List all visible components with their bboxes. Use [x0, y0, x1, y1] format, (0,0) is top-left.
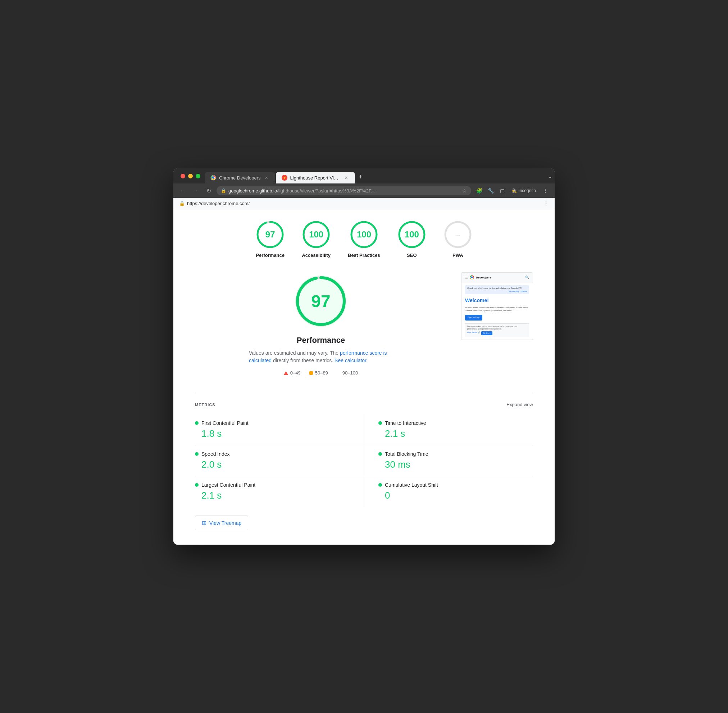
legend-item-red: 0–49 — [284, 370, 301, 376]
metric-value-tbt: 30 ms — [385, 459, 533, 470]
metric-dot-fcp — [195, 421, 198, 425]
extension-icon-1[interactable]: 🧩 — [474, 186, 484, 196]
metric-header-cls: Cumulative Layout Shift — [378, 482, 533, 488]
metric-header-fcp: First Contentful Paint — [195, 420, 349, 426]
page-content: 97 Performance 100 Accessibility — [173, 209, 555, 544]
lighthouse-favicon-icon: ⚡ — [282, 175, 287, 180]
incognito-icon: 🕵 — [512, 188, 517, 193]
screenshot-header: ☰ Developers 🔍 — [461, 273, 533, 282]
legend-range-green: 90–100 — [342, 370, 358, 376]
expand-view-button[interactable]: Expand view — [506, 402, 533, 407]
incognito-badge: 🕵 Incognito — [509, 187, 539, 194]
score-circle-seo: 100 — [397, 220, 426, 249]
score-value-seo: 100 — [405, 230, 419, 240]
score-circle-performance: 97 — [256, 220, 285, 249]
lighthouse-tab-close[interactable]: ✕ — [343, 175, 349, 180]
maximize-window-button[interactable] — [195, 174, 200, 178]
lighthouse-favicon-container: ⚡ — [282, 175, 287, 180]
calculator-link[interactable]: See calculator. — [334, 358, 368, 363]
treemap-btn-label: View Treemap — [209, 520, 241, 526]
metric-header-lcp: Largest Contentful Paint — [195, 482, 349, 488]
metrics-grid: First Contentful Paint 1.8 s Time to Int… — [195, 415, 533, 507]
view-treemap-button[interactable]: ⊞ View Treemap — [195, 516, 248, 530]
screenshot-banner-text: Check out what's new for the web platfor… — [467, 287, 522, 289]
metric-name-si: Speed Index — [201, 451, 230, 457]
screenshot-banner: Check out what's new for the web platfor… — [465, 285, 529, 294]
infobar-more-button[interactable]: ⋮ — [543, 200, 549, 207]
screenshot-preview: ☰ Developers 🔍 — [461, 272, 533, 340]
score-item-pwa[interactable]: — PWA — [443, 220, 472, 258]
metrics-section: METRICS Expand view First Contentful Pai… — [195, 402, 533, 530]
score-circle-accessibility: 100 — [302, 220, 331, 249]
screenshot-more-details-link: More details 🔗 — [467, 331, 480, 335]
performance-description: Values are estimated and may vary. The p… — [249, 349, 393, 364]
legend-item-green: 90–100 — [337, 370, 358, 376]
score-circle-pwa: — — [443, 220, 472, 249]
chrome-developers-tab-title: Chrome Developers — [219, 175, 261, 180]
metric-name-lcp: Largest Contentful Paint — [201, 482, 255, 488]
metric-header-tti: Time to Interactive — [378, 420, 533, 426]
browser-window: Chrome Developers ✕ ⚡ Lighthouse Report … — [173, 169, 555, 544]
score-value-best-practices: 100 — [357, 230, 371, 240]
score-item-performance[interactable]: 97 Performance — [256, 220, 285, 258]
window-icon[interactable]: ▢ — [497, 186, 507, 196]
score-value-performance: 97 — [266, 230, 275, 240]
metric-item-cls: Cumulative Layout Shift 0 — [364, 476, 533, 507]
metric-item-si: Speed Index 2.0 s — [195, 445, 364, 476]
score-item-accessibility[interactable]: 100 Accessibility — [302, 220, 331, 258]
tab-chrome-developers[interactable]: Chrome Developers ✕ — [205, 172, 275, 183]
legend-range-orange: 50–89 — [315, 370, 328, 376]
main-section: 97 Performance Values are estimated and … — [195, 272, 533, 384]
score-circle-best-practices: 100 — [350, 220, 378, 249]
metric-dot-tti — [378, 421, 382, 425]
hamburger-icon: ☰ — [465, 276, 468, 279]
metric-item-tti: Time to Interactive 2.1 s — [364, 415, 533, 445]
metric-item-fcp: First Contentful Paint 1.8 s — [195, 415, 364, 445]
metric-dot-cls — [378, 483, 382, 487]
metric-name-tti: Time to Interactive — [385, 420, 426, 426]
score-label-accessibility: Accessibility — [302, 252, 331, 258]
new-tab-button[interactable]: + — [356, 172, 366, 182]
chrome-developers-tab-close[interactable]: ✕ — [264, 175, 269, 180]
scores-row: 97 Performance 100 Accessibility — [195, 220, 533, 258]
url-bar[interactable]: 🔒 googlechrome.github.io/lighthouse/view… — [216, 186, 471, 195]
reload-button[interactable]: ↻ — [204, 186, 214, 196]
performance-title: Performance — [297, 336, 345, 345]
toolbar-icons: 🧩 🔧 ▢ 🕵 Incognito ⋮ — [474, 186, 550, 196]
legend-dot-icon — [337, 371, 340, 375]
url-path: /lighthouse/viewer/?psiurl=https%3A%2F%2… — [277, 188, 375, 194]
metric-dot-si — [195, 452, 198, 456]
score-item-best-practices[interactable]: 100 Best Practices — [348, 220, 380, 258]
desc-text-2: directly from these metrics. — [272, 358, 334, 363]
metric-header-si: Speed Index — [195, 451, 349, 457]
metric-name-cls: Cumulative Layout Shift — [385, 482, 438, 488]
bookmark-icon[interactable]: ☆ — [462, 188, 467, 194]
address-bar: ← → ↻ 🔒 googlechrome.github.io/lighthous… — [173, 183, 555, 198]
close-window-button[interactable] — [181, 174, 185, 178]
screenshot-banner-buttons: Join the party Dismiss — [467, 290, 527, 293]
back-button[interactable]: ← — [178, 186, 188, 196]
tabs-container: Chrome Developers ✕ ⚡ Lighthouse Report … — [205, 171, 545, 183]
screenshot-body: Check out what's new for the web platfor… — [461, 282, 533, 340]
extension-icon-2[interactable]: 🔧 — [486, 186, 496, 196]
forward-button[interactable]: → — [191, 186, 201, 196]
screenshot-dismiss-btn: Dismiss — [521, 290, 527, 293]
screenshot-cookie-accept: Ok, Got it — [481, 331, 492, 335]
score-value-pwa: — — [455, 232, 460, 237]
metric-item-lcp: Largest Contentful Paint 2.1 s — [195, 476, 364, 507]
big-score-container: 97 Performance Values are estimated and … — [195, 272, 447, 376]
score-item-seo[interactable]: 100 SEO — [397, 220, 426, 258]
svg-point-15 — [471, 277, 473, 279]
score-label-performance: Performance — [256, 252, 284, 258]
screenshot-cookie-text: We serve cookies on this site to analyze… — [467, 325, 517, 330]
big-score-circle: 97 — [292, 272, 350, 330]
minimize-window-button[interactable] — [188, 174, 193, 178]
tab-lighthouse-viewer[interactable]: ⚡ Lighthouse Report Viewer ✕ — [276, 172, 355, 183]
title-bar: Chrome Developers ✕ ⚡ Lighthouse Report … — [173, 169, 555, 198]
metric-header-tbt: Total Blocking Time — [378, 451, 533, 457]
incognito-label: Incognito — [518, 188, 536, 193]
treemap-icon: ⊞ — [202, 519, 206, 526]
screenshot-body-text: This is Chrome's official site to help y… — [465, 306, 529, 312]
chrome-menu-button[interactable]: ⋮ — [540, 186, 550, 196]
tab-overflow-button[interactable]: ⌄ — [545, 171, 555, 182]
